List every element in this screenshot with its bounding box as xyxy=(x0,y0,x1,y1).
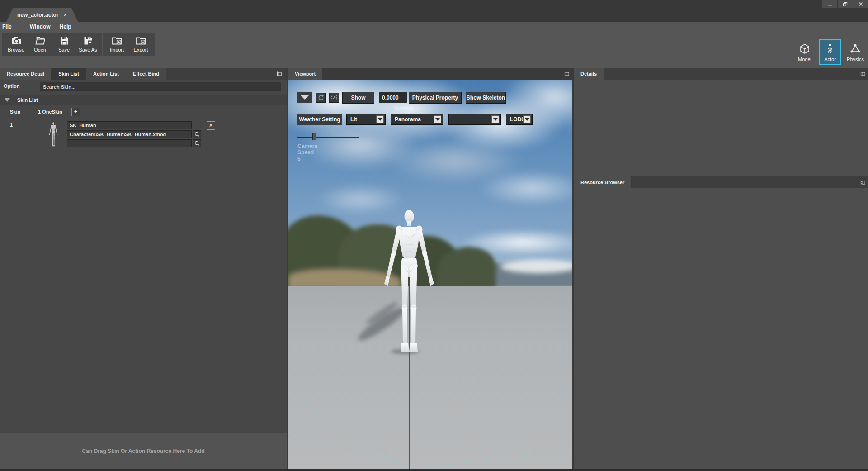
bottom-strip xyxy=(0,469,868,471)
tab-effect-bind[interactable]: Effect Bind xyxy=(126,68,166,80)
file-tool-group: Browse Open xyxy=(2,33,102,56)
skin-thumbnail xyxy=(45,122,61,148)
dropdown-arrow-icon[interactable] xyxy=(434,115,441,123)
tab-viewport[interactable]: Viewport xyxy=(288,68,323,80)
show-skeleton-button[interactable]: Show Skeleton xyxy=(466,92,506,104)
cloud xyxy=(478,170,572,206)
import-button[interactable]: Import xyxy=(105,33,129,56)
restore-button[interactable] xyxy=(837,0,853,8)
mode-actor-button[interactable]: Actor xyxy=(819,39,841,65)
normal-length-input[interactable] xyxy=(379,92,407,103)
skin-list-section-title: Skin List xyxy=(17,97,38,103)
document-tab-close-icon[interactable]: ✕ xyxy=(63,13,67,18)
mode-physics-label: Physics xyxy=(847,57,864,62)
character-model[interactable] xyxy=(382,209,436,359)
skin-name-input[interactable] xyxy=(67,121,192,129)
import-export-group: Import Export xyxy=(103,33,155,56)
import-label: Import xyxy=(110,47,124,52)
mode-physics-button[interactable]: Physics xyxy=(844,39,867,65)
menu-file[interactable]: File xyxy=(2,24,12,30)
character-figure xyxy=(382,209,436,359)
capture-icon xyxy=(331,95,337,101)
mode-model-button[interactable]: Model xyxy=(793,39,816,65)
save-label: Save xyxy=(58,47,70,52)
camera-speed-slider[interactable] xyxy=(297,137,359,138)
skin-item-index: 1 xyxy=(10,122,13,128)
titlebar xyxy=(0,0,868,8)
viewport-scene[interactable]: Show Physical Property Show Skeleton Nor… xyxy=(288,80,572,469)
drop-zone[interactable]: Can Drag Skin Or Action Resource Here To… xyxy=(0,433,287,469)
floor-gridline xyxy=(288,390,451,469)
browse-extra-button[interactable] xyxy=(193,139,201,147)
physical-property-button[interactable]: Physical Property xyxy=(409,92,462,104)
sky-mode-dropdown[interactable]: Panorama xyxy=(391,114,443,125)
browse-path-button[interactable] xyxy=(193,130,201,138)
menu-help[interactable]: Help xyxy=(60,24,71,30)
save-as-button[interactable]: Save As xyxy=(76,33,100,56)
add-skin-button[interactable]: + xyxy=(71,108,80,116)
left-panel-pin-button[interactable] xyxy=(276,71,282,77)
export-button[interactable]: Export xyxy=(129,33,153,56)
viewport-menu-dropdown[interactable] xyxy=(297,92,312,103)
pin-icon xyxy=(564,71,570,77)
physics-icon xyxy=(849,43,861,55)
delete-skin-button[interactable]: ✕ xyxy=(207,121,215,130)
save-as-icon xyxy=(83,35,94,46)
render-mode-dropdown[interactable]: Lit xyxy=(346,114,386,125)
viewport-pin-button[interactable] xyxy=(563,71,570,77)
export-icon xyxy=(135,35,147,46)
mode-model-label: Model xyxy=(798,57,811,62)
sky-mode-value: Panorama xyxy=(395,116,421,123)
browse-button[interactable]: Browse xyxy=(4,33,28,56)
tab-details[interactable]: Details xyxy=(574,68,604,80)
window-controls xyxy=(822,0,868,8)
right-column: Details Resource Browser xyxy=(574,68,868,469)
lod-dropdown[interactable]: LOD0 xyxy=(506,114,533,125)
document-tab[interactable]: new_actor.actor ✕ xyxy=(6,8,78,22)
save-button[interactable]: Save xyxy=(52,33,76,56)
minimize-button[interactable] xyxy=(822,0,837,8)
dropdown-arrow-icon[interactable] xyxy=(376,115,384,123)
skin-list-section-header[interactable]: Skin List xyxy=(0,95,287,105)
resource-browser-pin-button[interactable] xyxy=(859,179,866,186)
tab-skin-list[interactable]: Skin List xyxy=(52,68,86,80)
close-button[interactable] xyxy=(853,0,868,8)
triangle-down-icon xyxy=(301,95,309,100)
details-pin-button[interactable] xyxy=(859,71,866,77)
capture-button[interactable] xyxy=(329,93,339,103)
skin-search-input[interactable] xyxy=(40,82,281,91)
open-button[interactable]: Open xyxy=(28,33,52,56)
extra-mode-dropdown[interactable] xyxy=(448,114,501,125)
skin-count: 1 OneSkin xyxy=(38,109,62,114)
magnifier-icon xyxy=(194,141,200,146)
save-as-label: Save As xyxy=(79,47,97,52)
collapse-triangle-icon xyxy=(5,98,10,102)
viewport-tabbar: Viewport xyxy=(288,68,572,80)
tab-resource-browser[interactable]: Resource Browser xyxy=(574,176,632,188)
render-mode-value: Lit xyxy=(350,116,357,123)
weather-setting-button[interactable]: Weather Setting xyxy=(297,114,342,125)
document-tab-title: new_actor.actor xyxy=(17,12,58,18)
refresh-button[interactable] xyxy=(316,93,326,103)
skin-summary-row: Skin 1 OneSkin + xyxy=(0,108,287,118)
lod-value: LOD0 xyxy=(510,116,524,123)
skin-path-input[interactable] xyxy=(67,130,192,138)
show-button[interactable]: Show xyxy=(342,92,374,104)
drop-hint-text: Can Drag Skin Or Action Resource Here To… xyxy=(82,448,205,454)
mode-actor-label: Actor xyxy=(824,57,836,62)
tab-resource-detail[interactable]: Resource Detail xyxy=(0,68,52,80)
dropdown-arrow-icon[interactable] xyxy=(491,115,499,123)
camera-speed-slider-handle[interactable] xyxy=(312,133,316,140)
menu-window[interactable]: Window xyxy=(30,24,51,30)
floor-gridline xyxy=(288,430,396,464)
app-window: new_actor.actor ✕ File Window Help Brows… xyxy=(0,0,868,471)
left-panel-tabbar: Resource Detail Skin List Action List Ef… xyxy=(0,68,287,80)
viewport-panel: Viewport xyxy=(288,68,572,469)
cube-icon xyxy=(799,43,811,55)
dropdown-arrow-icon[interactable] xyxy=(523,115,531,123)
restore-icon xyxy=(843,2,848,7)
tab-action-list[interactable]: Action List xyxy=(86,68,126,80)
option-label: Option xyxy=(4,83,19,89)
skin-extra-input[interactable] xyxy=(67,139,192,147)
details-panel-body xyxy=(574,80,868,176)
